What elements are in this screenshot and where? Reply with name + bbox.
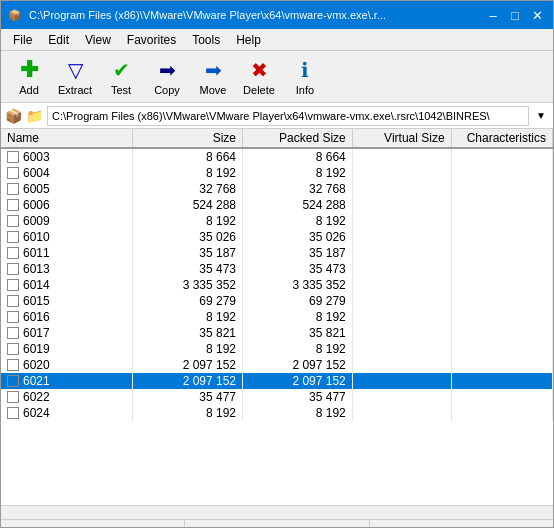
row-name-text: 6003 [23,150,50,164]
cell-virtual-size [352,165,451,181]
row-checkbox-icon [7,327,19,339]
cell-virtual-size [352,389,451,405]
delete-button[interactable]: ✖ Delete [237,54,281,100]
test-label: Test [111,84,131,96]
cell-size: 8 192 [133,341,243,357]
table-row[interactable]: 601335 47335 473 [1,261,553,277]
table-row[interactable]: 602235 47735 477 [1,389,553,405]
row-name-text: 6006 [23,198,50,212]
cell-characteristics [451,341,552,357]
cell-virtual-size [352,325,451,341]
row-checkbox-icon [7,263,19,275]
table-row[interactable]: 6006524 288524 288 [1,197,553,213]
copy-button[interactable]: ➡ Copy [145,54,189,100]
table-row[interactable]: 60212 097 1522 097 152 [1,373,553,389]
move-button[interactable]: ➡ Move [191,54,235,100]
row-checkbox-icon [7,151,19,163]
cell-name: 6024 [1,405,133,421]
menu-favorites[interactable]: Favorites [119,31,184,49]
path-input[interactable]: C:\Program Files (x86)\VMware\VMware Pla… [47,106,529,126]
cell-packed-size: 3 335 352 [243,277,353,293]
table-row[interactable]: 60098 1928 192 [1,213,553,229]
cell-size: 8 192 [133,309,243,325]
cell-name: 6021 [1,373,133,389]
menu-edit[interactable]: Edit [40,31,77,49]
menu-help[interactable]: Help [228,31,269,49]
cell-name: 6003 [1,149,133,165]
cell-packed-size: 8 192 [243,165,353,181]
row-checkbox-icon [7,167,19,179]
row-checkbox-icon [7,391,19,403]
table-row[interactable]: 60048 1928 192 [1,165,553,181]
cell-packed-size: 35 473 [243,261,353,277]
cell-size: 35 477 [133,389,243,405]
cell-virtual-size [352,229,451,245]
cell-packed-size: 8 192 [243,405,353,421]
row-checkbox-icon [7,183,19,195]
table-row[interactable]: 60038 6648 664 [1,148,553,165]
cell-packed-size: 35 026 [243,229,353,245]
add-button[interactable]: ✚ Add [7,54,51,100]
app-icon: 📦 [7,7,23,23]
table-row[interactable]: 60202 097 1522 097 152 [1,357,553,373]
file-list-container[interactable]: Name Size Packed Size Virtual Size Chara… [1,129,553,505]
info-button[interactable]: ℹ Info [283,54,327,100]
cell-size: 8 192 [133,213,243,229]
path-app-icon: 📦 [5,108,22,124]
col-characteristics[interactable]: Characteristics [451,129,552,148]
menu-tools[interactable]: Tools [184,31,228,49]
table-row[interactable]: 60248 1928 192 [1,405,553,421]
path-text-value: C:\Program Files (x86)\VMware\VMware Pla… [52,110,490,122]
table-row[interactable]: 601735 82135 821 [1,325,553,341]
table-row[interactable]: 60143 335 3523 335 352 [1,277,553,293]
col-size[interactable]: Size [133,129,243,148]
delete-label: Delete [243,84,275,96]
test-button[interactable]: ✔ Test [99,54,143,100]
cell-size: 35 187 [133,245,243,261]
cell-virtual-size [352,148,451,165]
status-packed-size: 2 097 152 [370,520,553,528]
table-row[interactable]: 601569 27969 279 [1,293,553,309]
maximize-button[interactable]: □ [505,6,525,24]
table-row[interactable]: 60198 1928 192 [1,341,553,357]
horizontal-scrollbar[interactable] [1,505,553,519]
row-name-text: 6024 [23,406,50,420]
cell-characteristics [451,165,552,181]
col-name[interactable]: Name [1,129,133,148]
menu-view[interactable]: View [77,31,119,49]
minimize-button[interactable]: – [483,6,503,24]
cell-characteristics [451,181,552,197]
hscroll-track[interactable] [1,506,553,519]
table-row[interactable]: 601035 02635 026 [1,229,553,245]
cell-packed-size: 32 768 [243,181,353,197]
extract-button[interactable]: ▽ Extract [53,54,97,100]
menu-file[interactable]: File [5,31,40,49]
cell-packed-size: 35 187 [243,245,353,261]
cell-virtual-size [352,373,451,389]
title-bar: 📦 C:\Program Files (x86)\VMware\VMware P… [1,1,553,29]
cell-virtual-size [352,357,451,373]
cell-size: 35 821 [133,325,243,341]
cell-name: 6009 [1,213,133,229]
cell-packed-size: 8 192 [243,341,353,357]
row-name-text: 6016 [23,310,50,324]
close-button[interactable]: ✕ [527,6,547,24]
table-row[interactable]: 600532 76832 768 [1,181,553,197]
table-row[interactable]: 60168 1928 192 [1,309,553,325]
row-name-text: 6020 [23,358,50,372]
row-name-text: 6022 [23,390,50,404]
row-name-text: 6005 [23,182,50,196]
cell-size: 35 473 [133,261,243,277]
col-packed-size[interactable]: Packed Size [243,129,353,148]
status-packed-size-text: 2 097 152 [378,525,431,529]
info-icon: ℹ [293,58,317,82]
cell-virtual-size [352,197,451,213]
cell-packed-size: 35 821 [243,325,353,341]
copy-icon: ➡ [155,58,179,82]
cell-characteristics [451,277,552,293]
col-virtual-size[interactable]: Virtual Size [352,129,451,148]
table-row[interactable]: 601135 18735 187 [1,245,553,261]
row-name-text: 6014 [23,278,50,292]
status-selection: 1 object(s) selected [1,520,185,528]
path-dropdown-button[interactable]: ▼ [533,110,549,121]
